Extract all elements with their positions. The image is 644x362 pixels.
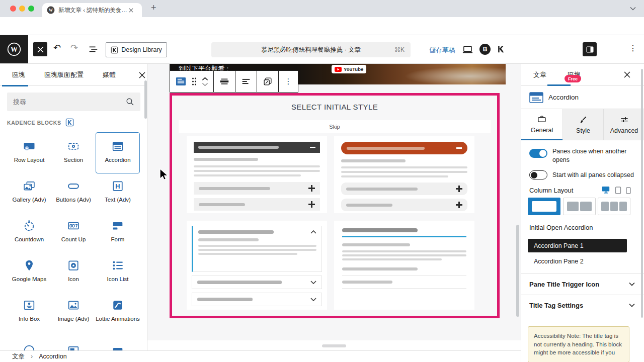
accordion-pane-1-option[interactable]: Accordion Pane 1 (528, 239, 627, 252)
phone-device-icon[interactable] (626, 187, 631, 194)
block-item-buttons[interactable]: Buttons (Adv) (51, 172, 96, 214)
block-item-text[interactable]: H Text (Adv) (96, 172, 140, 214)
tab-media[interactable]: 媒體 (103, 70, 116, 79)
move-down-icon[interactable] (202, 82, 208, 86)
undo-button[interactable]: ↶ (53, 42, 61, 53)
search-input[interactable] (13, 98, 126, 106)
zoom-window-button[interactable] (28, 6, 34, 12)
editor-options-icon[interactable]: ⋮ (629, 43, 637, 53)
close-settings-icon[interactable] (624, 71, 630, 78)
redo-button[interactable]: ↷ (70, 42, 78, 53)
style-option-basic[interactable] (187, 136, 327, 213)
document-title-button[interactable]: 慕尼黑必吃傳統料理餐廳推薦 · 文章 ⌘K (211, 42, 411, 57)
style-option-minimal[interactable] (334, 221, 474, 310)
tablet-device-icon[interactable] (615, 187, 621, 194)
block-search[interactable] (7, 93, 140, 111)
buttons-icon (66, 179, 80, 193)
kadence-toolbar-icon[interactable] (496, 44, 506, 54)
skip-button[interactable]: Skip (179, 120, 491, 133)
resize-handle[interactable] (322, 344, 346, 347)
preview-icon[interactable] (462, 44, 473, 55)
b-plugin-icon[interactable]: B (479, 44, 491, 55)
accordion-pane-2-option[interactable]: Accordion Pane 2 (534, 258, 584, 265)
block-item-form[interactable]: Form (96, 212, 140, 253)
block-item-icon[interactable]: Icon (51, 252, 96, 293)
clipped-block-icon[interactable] (22, 343, 36, 350)
canvas-bottom-strip (147, 340, 521, 350)
tab-general[interactable]: General (521, 109, 562, 140)
tab-blocks[interactable]: 區塊 (12, 70, 25, 79)
wordpress-favicon: W (47, 6, 55, 14)
toolbar-align-button[interactable] (214, 71, 235, 92)
toolbar-copy-style-button[interactable] (257, 71, 279, 92)
block-item-google-maps[interactable]: Google Maps (7, 252, 51, 293)
accordion-block-type-icon[interactable] (175, 76, 187, 86)
breadcrumb-root[interactable]: 文章 (12, 352, 25, 361)
block-item-countdown[interactable]: Countdown (7, 212, 51, 253)
tab-patterns[interactable]: 區塊版面配置 (44, 70, 84, 79)
tab-style[interactable]: Style (562, 109, 603, 140)
icon-block-icon (66, 258, 80, 273)
copy-style-icon (262, 76, 273, 87)
style-option-outline[interactable] (187, 221, 327, 310)
layout-two-column-button[interactable] (563, 198, 596, 215)
browser-tab[interactable]: W 新增文章 ‹ 諾特斯的美食護照 - (42, 3, 142, 17)
list-view-icon[interactable] (88, 44, 99, 55)
tab-advanced[interactable]: Advanced (603, 109, 644, 140)
general-tab-icon (537, 114, 547, 124)
browser-tab-strip: W 新增文章 ‹ 諾特斯的美食護照 - + (0, 0, 644, 17)
clipped-block-icon[interactable] (66, 344, 80, 350)
clipped-block-icon[interactable] (111, 344, 125, 350)
panes-close-toggle[interactable] (529, 149, 547, 158)
inserter-scrollbar[interactable] (144, 80, 147, 119)
drag-handle-icon[interactable] (191, 77, 197, 86)
pane-trigger-icon-panel[interactable]: Pane Title Trigger Icon (521, 274, 644, 295)
style-option-rounded[interactable] (334, 136, 474, 213)
save-draft-button[interactable]: 儲存草稿 (429, 46, 455, 55)
block-item-image[interactable]: Image (Adv) (51, 292, 96, 333)
close-window-button[interactable] (10, 6, 16, 12)
settings-panel-toggle[interactable] (583, 42, 597, 56)
block-item-icon-list[interactable]: Icon List (96, 252, 140, 293)
lottie-icon (111, 298, 125, 312)
editor-canvas: 到以下平台觀看： YouTube (147, 64, 521, 350)
move-up-icon[interactable] (202, 77, 208, 81)
block-item-countup[interactable]: Count Up (51, 212, 96, 253)
toolbar-text-align-button[interactable] (235, 71, 257, 92)
panes-close-setting: Panes close when another opens (529, 147, 632, 164)
desktop-device-icon[interactable] (602, 186, 610, 194)
align-icon (219, 76, 230, 87)
block-item-accordion[interactable]: Accordion (96, 132, 140, 173)
block-inserter-panel: 區塊 區塊版面配置 媒體 KADENCE BLOCKS Row Layout S… (0, 64, 147, 350)
new-tab-button[interactable]: + (151, 3, 156, 13)
close-inserter-panel-icon[interactable] (139, 72, 145, 78)
block-item-section[interactable]: Section (51, 133, 96, 174)
settings-scrollbar[interactable] (641, 69, 643, 318)
search-icon (126, 98, 134, 106)
canvas-scrollbar[interactable] (516, 225, 519, 317)
block-item-lottie[interactable]: Lottie Animations (96, 292, 140, 333)
toolbar-options-button[interactable]: ⋮ (279, 71, 298, 92)
sidebar-panel-icon (586, 46, 594, 53)
tab-search-chevron-icon[interactable] (630, 7, 636, 11)
accordion-icon (111, 139, 125, 153)
section-icon (66, 139, 80, 153)
design-library-button[interactable]: Design Library (106, 42, 167, 57)
minimize-window-button[interactable] (19, 6, 25, 12)
start-collapsed-setting: Start with all panes collapsed (529, 170, 634, 179)
start-collapsed-toggle[interactable] (529, 170, 547, 179)
tab-post[interactable]: 文章 (533, 70, 546, 79)
kadence-blocks-section[interactable]: KADENCE BLOCKS (7, 118, 74, 127)
close-tab-icon[interactable] (129, 8, 133, 13)
command-shortcut: ⌘K (394, 46, 405, 53)
block-inserter-toggle[interactable] (33, 42, 47, 56)
layout-three-column-button[interactable] (598, 198, 630, 215)
title-tag-settings-panel[interactable]: Title Tag Settings (521, 295, 644, 316)
editor-top-bar: W ↶ ↷ Design Library 慕尼黑必吃傳統料理餐廳推薦 · 文章 … (0, 35, 644, 64)
wordpress-logo-button[interactable]: W (0, 35, 28, 63)
layout-one-column-button[interactable] (528, 198, 560, 215)
block-item-info-box[interactable]: Info Box (7, 292, 51, 333)
block-item-row-layout[interactable]: Row Layout (7, 133, 51, 174)
block-item-gallery[interactable]: Gallery (Adv) (7, 172, 51, 214)
count-up-icon (66, 219, 80, 233)
